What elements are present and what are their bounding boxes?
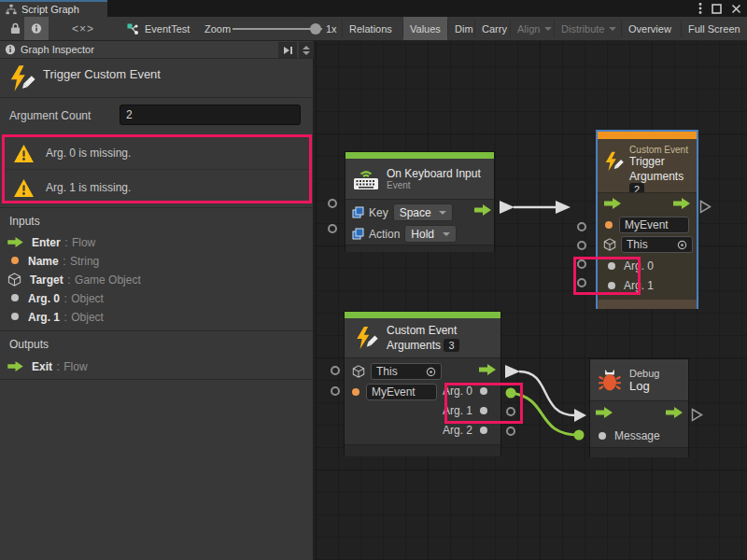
toolbar-button-relations[interactable]: Relations <box>343 17 399 40</box>
object-dot-icon <box>11 294 19 301</box>
graph-icon <box>6 4 17 15</box>
flow-output-arrow[interactable] <box>673 198 690 209</box>
inspector-header: Graph Inspector <box>0 41 313 59</box>
script-graph-asset-icon <box>126 22 139 35</box>
toolbar-button-carry[interactable]: Carry <box>475 17 514 40</box>
graph-breadcrumb[interactable]: EventTest <box>120 17 196 40</box>
maximize-icon[interactable] <box>712 4 722 14</box>
dock-right-icon <box>283 46 293 55</box>
tab-title: Script Graph <box>21 4 79 15</box>
unit-title: Trigger Custom Event <box>43 67 161 81</box>
lock-icon <box>10 22 21 35</box>
tab-script-graph[interactable]: Script Graph <box>0 2 107 17</box>
toolbar-button-values[interactable]: Values <box>403 17 447 40</box>
flow-arrow-icon <box>7 237 23 247</box>
code-view-button[interactable]: <×> <box>65 17 101 40</box>
cube-icon <box>7 273 21 287</box>
port-list-item: Arg. 1 : Object <box>7 307 306 326</box>
toolbar-button-fullscreen[interactable]: Full Screen <box>682 17 747 40</box>
inspector-title: Graph Inspector <box>21 44 94 55</box>
window-controls <box>698 2 741 15</box>
annotation-box-event-args <box>444 383 523 424</box>
wire-start-arrow <box>500 201 514 214</box>
node-header[interactable]: Custom Event Trigger Arguments 2 <box>598 139 697 192</box>
info-icon <box>5 44 16 55</box>
node-footer <box>598 299 697 309</box>
chevron-down-icon <box>609 27 616 31</box>
event-name-field[interactable]: MyEvent <box>619 217 689 233</box>
zoom-label: Zoom <box>198 17 237 40</box>
spinner-down-icon <box>303 51 310 55</box>
port-list-item: Name : String <box>7 251 306 270</box>
port-list-item: Exit : Flow <box>7 357 306 375</box>
connected-port-dot[interactable] <box>574 430 585 441</box>
graph-toolbar: <×> EventTest Zoom 1x Relations Values D… <box>0 17 747 41</box>
code-icon: <×> <box>72 22 94 35</box>
zoom-slider-handle[interactable] <box>310 23 321 35</box>
zoom-slider-track[interactable] <box>233 28 322 30</box>
argument-count-label: Argument Count <box>9 109 91 122</box>
toolbar-button-align[interactable]: Align <box>511 17 558 40</box>
target-field[interactable]: This <box>621 236 693 253</box>
tab-bar: Script Graph <box>0 0 747 17</box>
graph-ref-label: EventTest <box>145 23 190 35</box>
object-picker-icon[interactable] <box>677 240 687 250</box>
argument-count-field[interactable]: 2 <box>120 105 301 125</box>
annotation-box-trigger-args <box>573 257 641 295</box>
graph-inspector-panel: Graph Inspector Trigger Custom Event Arg… <box>0 41 315 560</box>
info-icon <box>31 22 42 35</box>
string-port-dot[interactable] <box>605 221 613 229</box>
zoom-value: 1x <box>323 17 340 40</box>
unity-visual-scripting-window: Script Graph <box>0 0 747 560</box>
port-list-item: Arg. 0 : Object <box>7 288 306 307</box>
inputs-heading: Inputs <box>9 215 40 228</box>
close-icon[interactable] <box>731 4 741 14</box>
graph-canvas[interactable]: On Keyboard Input Event Key Space <box>315 41 747 560</box>
port-list-item: Enter : Flow <box>7 232 306 251</box>
inspector-toggle-button[interactable] <box>24 17 49 40</box>
wire-end-arrow <box>556 201 571 214</box>
annotation-box-warnings <box>2 134 312 203</box>
port-list-item: Target : Game Object <box>7 270 306 288</box>
toolbar-button-distribute[interactable]: Distribute <box>555 17 623 40</box>
outputs-heading: Outputs <box>9 338 49 351</box>
node-title: Trigger <box>629 155 691 168</box>
string-dot-icon <box>11 257 19 264</box>
flow-arrow-icon <box>7 361 23 371</box>
toolbar-button-overview[interactable]: Overview <box>622 17 678 40</box>
flow-input-arrow[interactable] <box>604 198 621 209</box>
object-dot-icon <box>11 313 19 320</box>
kebab-menu-icon[interactable] <box>698 2 702 15</box>
chevron-down-icon <box>544 27 552 31</box>
spinner-buttons[interactable] <box>299 42 314 58</box>
dock-button[interactable] <box>278 42 297 58</box>
node-caption: Custom Event <box>629 145 691 155</box>
custom-event-icon <box>7 64 35 92</box>
spinner-up-icon <box>303 46 310 49</box>
cube-icon[interactable] <box>603 238 616 251</box>
custom-event-icon <box>603 149 624 174</box>
wire-start-arrow <box>505 365 520 378</box>
node-color-bar <box>598 132 697 139</box>
wire-event-to-debug <box>519 371 575 415</box>
wire-end-arrow <box>574 409 586 422</box>
